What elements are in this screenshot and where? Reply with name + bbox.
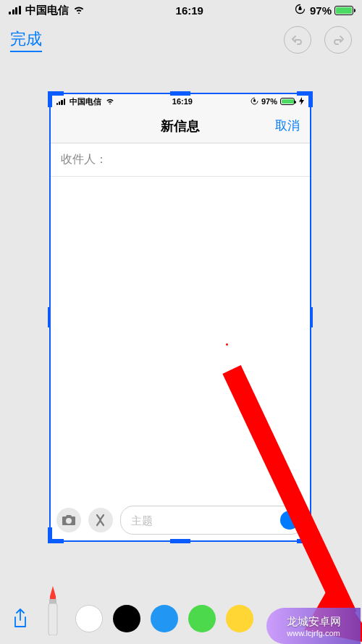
crop-handle-corner[interactable] [308,527,313,543]
watermark-title: 龙城安卓网 [287,615,341,629]
send-button[interactable] [280,511,299,530]
crop-handle-edge[interactable] [170,539,190,543]
redo-button[interactable] [324,26,352,54]
message-body[interactable] [51,177,310,481]
recipient-label: 收件人： [61,153,107,165]
signal-icon [56,99,65,105]
inner-battery-pct: 97% [261,97,277,106]
share-button[interactable] [10,606,30,632]
cancel-button[interactable]: 取消 [275,117,300,134]
color-palette [75,605,253,632]
recipient-field[interactable]: 收件人： [51,143,310,177]
crop-handle-corner[interactable] [48,527,52,543]
subject-input-container [120,506,304,535]
inner-nav-bar: 新信息 取消 [51,109,310,143]
screenshot-crop-frame[interactable]: 中国电信 16:19 97% 新信息 取消 收件人： [49,93,311,542]
status-time: 16:19 [176,4,203,17]
crop-handle-edge[interactable] [170,91,190,96]
undo-redo-group [284,26,352,54]
status-left: 中国电信 [9,4,85,17]
inner-orientation-lock-icon [251,97,258,106]
red-dot-mark [226,343,228,346]
charging-icon [299,97,304,106]
orientation-lock-icon [295,4,306,17]
apps-button[interactable] [88,508,113,532]
battery-icon [334,6,353,15]
done-button[interactable]: 完成 [10,28,42,52]
battery-icon [280,98,295,105]
watermark: 龙城安卓网 www.lcjrfg.com [266,608,361,644]
inner-status-bar: 中国电信 16:19 97% [51,94,310,109]
color-swatch-blue[interactable] [151,605,178,632]
outer-status-bar: 中国电信 16:19 97% [0,0,362,20]
inner-nav-title: 新信息 [161,117,200,135]
crop-handle-corner[interactable] [308,91,313,107]
markup-top-toolbar: 完成 [0,20,362,64]
compose-row [56,506,304,535]
battery-pct: 97% [310,4,332,17]
status-right: 97% [295,4,353,17]
color-swatch-yellow[interactable] [226,605,253,632]
color-swatch-black[interactable] [113,605,140,632]
inner-status-time: 16:19 [172,97,193,106]
crop-handle-corner[interactable] [48,91,52,107]
svg-rect-3 [49,603,57,635]
pen-tool[interactable] [43,586,62,635]
color-swatch-white[interactable] [75,605,103,632]
watermark-url: www.lcjrfg.com [287,629,340,637]
inner-carrier-label: 中国电信 [70,96,101,107]
inner-status-right: 97% [251,97,304,106]
wifi-icon [106,98,114,106]
inner-status-left: 中国电信 [56,96,114,107]
signal-icon [9,6,21,14]
undo-button[interactable] [284,26,311,54]
subject-input[interactable] [131,514,274,527]
svg-rect-2 [49,599,56,603]
camera-button[interactable] [56,508,81,532]
wifi-icon [73,4,85,16]
carrier-label: 中国电信 [25,4,69,17]
color-swatch-green[interactable] [188,605,216,632]
